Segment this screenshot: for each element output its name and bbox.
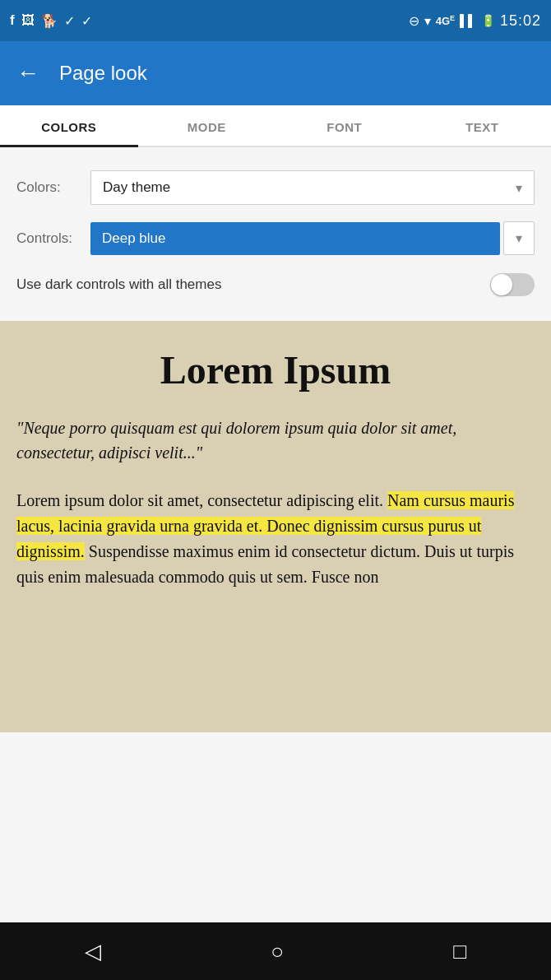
dark-controls-toggle[interactable] xyxy=(490,273,535,296)
app-bar: ← Page look xyxy=(0,41,551,105)
check-icon: ✓ xyxy=(81,13,92,29)
preview-area: Lorem Ipsum "Neque porro quisquam est qu… xyxy=(0,321,551,732)
nav-back-icon[interactable]: ◁ xyxy=(85,939,101,964)
controls-dropdown-arrow-button[interactable]: ▾ xyxy=(503,221,535,255)
wifi-icon: ▾ xyxy=(424,13,431,29)
tab-font[interactable]: FONT xyxy=(276,105,414,146)
preview-quote: "Neque porro quisquam est qui dolorem ip… xyxy=(16,416,535,465)
tab-mode[interactable]: MODE xyxy=(138,105,276,146)
colors-value: Day theme xyxy=(103,179,516,196)
app-bar-title: Page look xyxy=(59,62,147,85)
status-bar-left: f 🖼 🐕 ✓ ✓ xyxy=(10,12,92,29)
settings-panel: Colors: Day theme ▾ Controls: Deep blue … xyxy=(0,147,551,321)
status-bar-right: ⊖ ▾ 4GE ▌▌ 🔋 15:02 xyxy=(409,12,541,30)
preview-title: Lorem Ipsum xyxy=(16,347,535,392)
nav-home-icon[interactable]: ○ xyxy=(271,939,284,964)
controls-dropdown[interactable]: Deep blue xyxy=(90,222,500,255)
controls-arrow-icon: ▾ xyxy=(516,231,522,245)
nav-recents-icon[interactable]: □ xyxy=(453,939,466,964)
controls-value: Deep blue xyxy=(102,230,488,247)
preview-body: Lorem ipsum dolor sit amet, consectetur … xyxy=(16,488,535,590)
status-bar: f 🖼 🐕 ✓ ✓ ⊖ ▾ 4GE ▌▌ 🔋 15:02 xyxy=(0,0,551,41)
battery-icon: 🔋 xyxy=(481,14,495,27)
dark-controls-row: Use dark controls with all themes xyxy=(16,263,535,306)
body-after-highlight: Suspendisse maximus enim id consectetur … xyxy=(16,542,514,586)
toggle-knob xyxy=(491,274,512,295)
back-button[interactable]: ← xyxy=(16,60,39,86)
image-icon: 🖼 xyxy=(21,13,35,28)
bookmark-icon: ✓ xyxy=(64,13,75,29)
tab-text[interactable]: TEXT xyxy=(414,105,552,146)
colors-row: Colors: Day theme ▾ xyxy=(16,162,535,213)
nav-bar: ◁ ○ □ xyxy=(0,922,551,980)
colors-dropdown-arrow: ▾ xyxy=(516,180,522,196)
signal-icon: ▌▌ xyxy=(460,14,476,27)
colors-dropdown[interactable]: Day theme ▾ xyxy=(90,170,535,205)
app-icon: 🐕 xyxy=(41,13,58,29)
body-before-highlight: Lorem ipsum dolor sit amet, consectetur … xyxy=(16,491,387,509)
minus-circle-icon: ⊖ xyxy=(409,13,419,29)
controls-row: Controls: Deep blue ▾ xyxy=(16,213,535,263)
dark-controls-label: Use dark controls with all themes xyxy=(16,276,221,293)
tab-colors[interactable]: COLORS xyxy=(0,105,138,146)
tab-bar: COLORS MODE FONT TEXT xyxy=(0,105,551,147)
colors-label: Colors: xyxy=(16,179,90,196)
status-time: 15:02 xyxy=(500,12,541,30)
facebook-icon: f xyxy=(10,12,15,29)
controls-label: Controls: xyxy=(16,230,90,247)
4g-label: 4GE xyxy=(436,14,455,27)
